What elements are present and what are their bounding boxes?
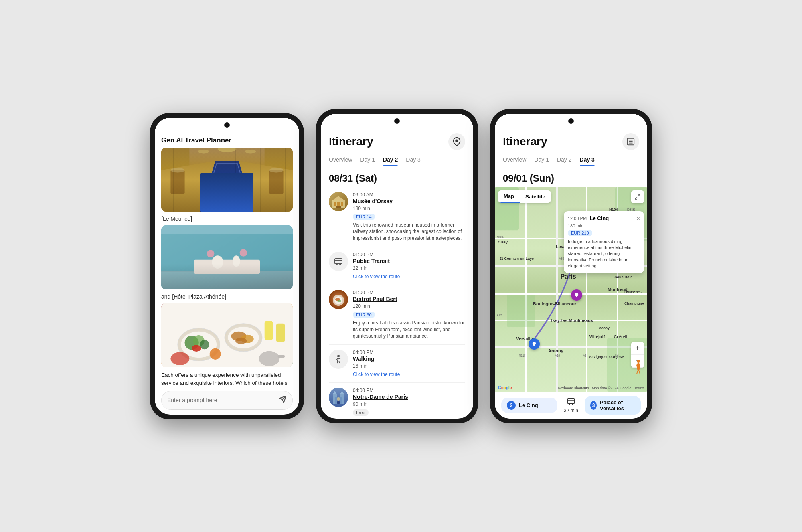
map-pin-paris — [571, 289, 582, 301]
antony-label: Antony — [548, 348, 563, 353]
svg-rect-23 — [161, 225, 293, 234]
tab-day3-2[interactable]: Day 3 — [406, 153, 421, 166]
svg-point-44 — [456, 140, 458, 142]
tab-day1-3[interactable]: Day 1 — [534, 153, 549, 166]
bistro-body: 01:00 PM Bistrot Paul Bert 120 min EUR 6… — [353, 290, 465, 340]
svg-rect-18 — [194, 259, 260, 273]
svg-point-7 — [218, 148, 237, 152]
timeline-2: 09:00 AM Musée d'Orsay 180 min EUR 14 Vi… — [321, 187, 473, 419]
list-icon-btn[interactable] — [622, 133, 639, 150]
transit1-body: 01:00 PM Public Transit 22 min Click to … — [353, 252, 465, 280]
bistro-badge: EUR 60 — [353, 312, 375, 318]
cathedral-thumbnail — [329, 388, 348, 407]
svg-marker-4 — [201, 163, 253, 212]
svg-point-21 — [207, 250, 215, 257]
itin-title-3: Itinerary — [503, 135, 547, 148]
map-container[interactable]: N184 A12 A86 N118 A10 A6 N6 D301 D316 Pa… — [495, 187, 647, 392]
street-view-icon[interactable] — [634, 360, 643, 376]
walking-time: 04:00 PM — [353, 350, 465, 355]
cathedral-duration: 90 min — [353, 401, 465, 407]
chat-input-bar[interactable] — [161, 391, 293, 410]
satellite-btn[interactable]: Satellite — [520, 190, 551, 203]
popup-badge: EUR 210 — [568, 230, 592, 236]
camera-2 — [394, 118, 400, 124]
location-icon-btn[interactable] — [448, 133, 465, 150]
timeline-item-bistro: 01:00 PM Bistrot Paul Bert 120 min EUR 6… — [329, 285, 465, 345]
timeline-item-walking: 04:00 PM Walking 16 min Click to view th… — [329, 345, 465, 383]
massy-label: Massy — [598, 326, 610, 330]
transit-time: 32 min — [564, 408, 578, 413]
bistro-time: 01:00 PM — [353, 290, 465, 295]
walking-duration: 16 min — [353, 363, 465, 369]
itin-header-3: Itinerary — [495, 128, 647, 153]
svg-rect-47 — [334, 202, 336, 206]
n6-label: N6 — [620, 355, 625, 359]
popup-desc: Indulge in a luxurious dining experience… — [568, 239, 640, 269]
transit1-link[interactable]: Click to view the route — [353, 274, 400, 279]
day-header-2: 08/31 (Sat) — [321, 166, 473, 187]
walking-body: 04:00 PM Walking 16 min Click to view th… — [353, 350, 465, 378]
bottom-bar-3: 2 Le Cinq 32 min 3 — [495, 392, 647, 419]
chip1-label: Le Cinq — [519, 402, 538, 408]
popup-header: 12:00 PM Le Cinq × — [568, 215, 640, 222]
hotel-label-1: [Le Meurice] — [161, 216, 293, 222]
svg-point-20 — [233, 255, 240, 267]
museum-badge: EUR 14 — [353, 214, 375, 220]
walking-link[interactable]: Click to view the route — [353, 372, 400, 377]
paris-label: Paris — [560, 273, 576, 280]
transit-bus-icon — [329, 252, 348, 271]
hotel-image-2 — [161, 225, 293, 289]
chip-lecinq[interactable]: 2 Le Cinq — [501, 398, 557, 413]
tab-day1-2[interactable]: Day 1 — [360, 153, 375, 166]
cathedral-desc: Explore the iconic, centuries-old cathed… — [353, 417, 465, 418]
creteil-label: Créteil — [614, 334, 627, 339]
food-image — [161, 303, 293, 367]
svg-point-67 — [337, 397, 340, 401]
bistro-thumbnail — [329, 290, 348, 309]
svg-point-60 — [338, 355, 339, 357]
svg-rect-37 — [276, 323, 285, 342]
transit1-time: 01:00 PM — [353, 252, 465, 257]
send-button[interactable] — [279, 395, 287, 405]
timeline-item-cathedral: 04:00 PM Notre-Dame de Paris 90 min Free… — [329, 383, 465, 418]
tab-day3-3[interactable]: Day 3 — [580, 153, 595, 166]
bistro-desc: Enjoy a meal at this classic Parisian bi… — [353, 320, 465, 340]
map-type-controls[interactable]: Map Satellite — [498, 190, 551, 203]
tab-day2-3[interactable]: Day 2 — [557, 153, 572, 166]
svg-point-29 — [200, 340, 209, 349]
camera-1 — [224, 122, 230, 128]
oissy-label: Oissy — [498, 240, 508, 244]
google-logo: Google — [498, 386, 512, 390]
chip-versailles[interactable]: 3 Palace of Versailles — [585, 396, 641, 415]
chip1-num: 2 — [507, 401, 516, 410]
walking-name: Walking — [353, 356, 465, 362]
bistro-duration: 120 min — [353, 303, 465, 309]
map-btn[interactable]: Map — [498, 190, 520, 203]
popup-name: Le Cinq — [589, 215, 609, 221]
svg-point-59 — [337, 300, 341, 302]
phone-3: Itinerary Overview Day 1 Day 2 Day 3 09/… — [490, 109, 652, 423]
app-title: Gen AI Travel Planner — [155, 132, 299, 148]
popup-close-btn[interactable]: × — [637, 215, 640, 222]
chat-input[interactable] — [167, 397, 279, 403]
museum-desc: Visit this renowned museum housed in a f… — [353, 222, 465, 242]
cathedral-badge: Free — [353, 409, 369, 416]
zoom-in-btn[interactable]: + — [631, 342, 644, 355]
svg-line-92 — [639, 371, 640, 374]
map-expand-button[interactable] — [631, 190, 644, 203]
street-v-2 — [556, 187, 558, 392]
museum-thumbnail — [329, 192, 348, 211]
popup-time-name: 12:00 PM Le Cinq — [568, 215, 609, 221]
tab-day2-2[interactable]: Day 2 — [383, 153, 398, 166]
day-header-3: 09/01 (Sun) — [495, 166, 647, 187]
tab-overview-3[interactable]: Overview — [503, 153, 526, 166]
timeline-item-transit-1: 01:00 PM Public Transit 22 min Click to … — [329, 247, 465, 285]
savingy-label: Savigny-sur-Orge... — [589, 355, 623, 359]
tab-overview-2[interactable]: Overview — [329, 153, 352, 166]
itin-tabs-2: Overview Day 1 Day 2 Day 3 — [321, 153, 473, 166]
museum-name: Musée d'Orsay — [353, 198, 465, 204]
timeline-item-museum: 09:00 AM Musée d'Orsay 180 min EUR 14 Vi… — [329, 187, 465, 247]
hotel-image-block-1 — [161, 148, 293, 212]
itin-tabs-3: Overview Day 1 Day 2 Day 3 — [495, 153, 647, 166]
itin-title-2: Itinerary — [329, 135, 373, 148]
